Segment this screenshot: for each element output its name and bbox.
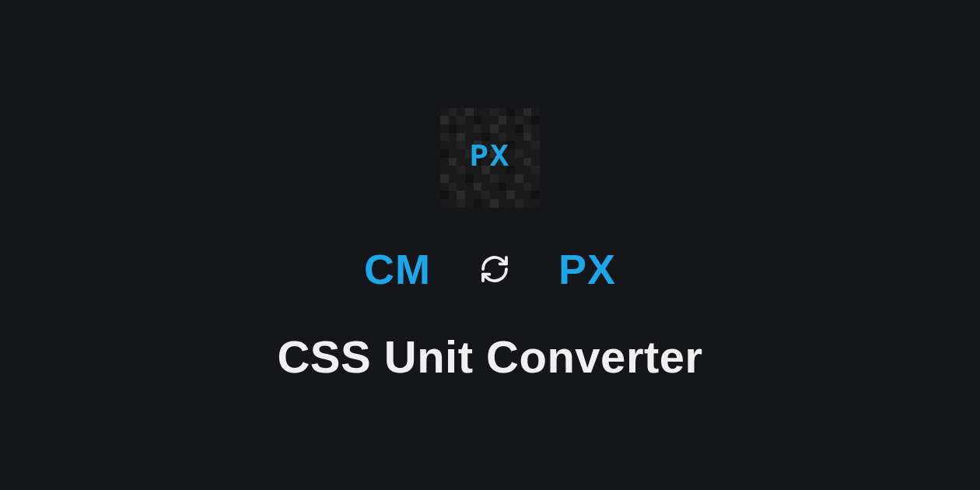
unit-conversion-row: CM PX xyxy=(364,245,616,293)
page-title: CSS Unit Converter xyxy=(277,331,702,383)
unit-from-label: CM xyxy=(364,245,431,293)
swap-icon xyxy=(478,252,512,286)
app-logo: PX xyxy=(440,108,540,208)
logo-text: PX xyxy=(470,140,510,175)
unit-to-label: PX xyxy=(558,245,616,293)
